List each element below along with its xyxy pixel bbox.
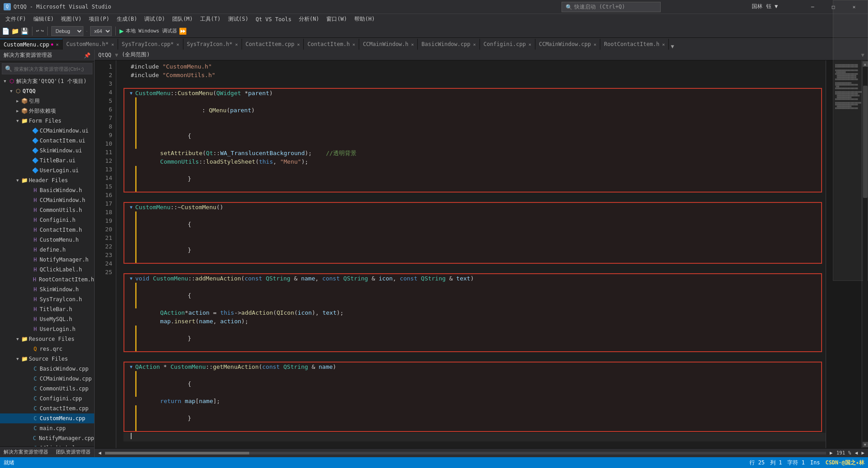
tab-close-button[interactable]: ✕ — [177, 42, 179, 47]
fold-icon[interactable] — [123, 265, 130, 273]
menu-edit[interactable]: 编辑(E) — [30, 14, 58, 24]
menu-help[interactable]: 帮助(H) — [351, 14, 379, 24]
toolbar-btn-new[interactable]: 📄 — [2, 28, 9, 35]
fold-btn-4[interactable]: ▼ — [128, 89, 134, 97]
tree-project[interactable]: ▼ ⬡ QTQQ — [0, 86, 94, 96]
fold-icon[interactable] — [128, 211, 134, 220]
tab-close-button[interactable]: ✕ — [297, 42, 300, 47]
fold-btn-21[interactable]: ▼ — [128, 362, 134, 371]
menu-analyze[interactable]: 分析(N) — [295, 14, 323, 24]
menu-window[interactable]: 窗口(W) — [323, 14, 351, 24]
tree-ccmainwindow-ui[interactable]: 🔷 CCMainWindow.ui — [0, 126, 94, 136]
sidebar-pin-icon[interactable]: 📌 — [84, 52, 91, 59]
tree-solution[interactable]: ▼ ⬡ 解决方案'QtQQ'(1 个项目) — [0, 76, 94, 86]
team-explorer-link[interactable]: 团队资源管理器 — [56, 449, 91, 455]
fold-icon[interactable] — [139, 157, 145, 166]
tree-contactitem-ui[interactable]: 🔷 ContactItem.ui — [0, 136, 94, 146]
fold-icon[interactable] — [139, 308, 145, 317]
tree-main-cpp[interactable]: C main.cpp — [0, 423, 94, 433]
tree-configini-cpp[interactable]: C Configini.cpp — [0, 394, 94, 404]
tree-ccmainwindow-cpp[interactable]: C CCMainWindow.cpp — [0, 374, 94, 384]
tree-rootcontactitem-h[interactable]: H RootContactItem.h — [0, 275, 94, 284]
status-ins[interactable]: Ins — [810, 459, 820, 466]
fold-icon[interactable] — [128, 405, 134, 414]
fold-icon[interactable] — [123, 71, 130, 79]
status-col[interactable]: 列 1 — [770, 459, 782, 467]
fold-icon[interactable] — [139, 149, 145, 157]
sidebar-search-box[interactable]: 🔍 — [2, 63, 92, 74]
tab-basicwindow-cpp[interactable]: BasicWindow.cpp ✕ — [418, 39, 480, 50]
fold-icon[interactable] — [139, 397, 145, 405]
attach-button[interactable]: ⏩ — [179, 28, 187, 35]
sidebar-search-input[interactable] — [14, 66, 89, 72]
scroll-right-btn[interactable]: ▶ — [830, 450, 833, 456]
code-content-area[interactable]: #include "CustomMenu.h" #include "Common… — [116, 60, 826, 448]
fold-btn-15[interactable]: ▼ — [128, 274, 134, 283]
tab-contactitem-cpp[interactable]: ContactItem.cpp ✕ — [242, 39, 304, 50]
scroll-up-button[interactable]: ▲ — [863, 61, 868, 67]
tree-userlogin-ui[interactable]: 🔷 UserLogin.ui — [0, 165, 94, 175]
platform-dropdown[interactable]: x64 x86 — [90, 26, 112, 36]
tree-basicwindow-h[interactable]: H BasicWindow.h — [0, 185, 94, 195]
toolbar-btn-open[interactable]: 📁 — [11, 28, 19, 35]
fold-icon[interactable] — [128, 166, 134, 174]
tree-custommenu-h[interactable]: H CustomMenu.h — [0, 235, 94, 245]
tree-external-deps[interactable]: ▶ 📦 外部依赖项 — [0, 106, 94, 116]
tab-rootcontactitem-h[interactable]: RootContactItem.h ✕ — [600, 39, 669, 50]
path-project[interactable]: QtQQ — [98, 52, 111, 58]
run-label[interactable]: 本地 Windows 调试器 — [126, 28, 178, 34]
fold-icon[interactable] — [139, 317, 145, 326]
maximize-button[interactable]: □ — [823, 0, 844, 14]
tree-header-files[interactable]: ▼ 📁 Header Files — [0, 175, 94, 185]
tree-custommenu-cpp[interactable]: C CustomMenu.cpp — [0, 413, 94, 423]
vertical-scrollbar[interactable]: ▲ ▼ — [862, 60, 868, 448]
tree-resource-files[interactable]: ▼ 📁 Resource Files — [0, 334, 94, 344]
status-ready[interactable]: 就绪 — [4, 459, 14, 467]
tab-configini-cpp[interactable]: Configini.cpp ✕ — [480, 39, 535, 50]
path-scope[interactable]: (全局范围) — [122, 51, 150, 59]
tab-overflow-button[interactable]: ▼ — [669, 43, 676, 50]
minimize-button[interactable]: ─ — [802, 0, 823, 14]
tree-qclicklabel-cpp[interactable]: C QClickLabel.cpp — [0, 443, 94, 446]
fold-icon[interactable] — [128, 123, 134, 132]
tab-close-button[interactable]: ✕ — [235, 42, 238, 47]
menu-debug[interactable]: 调试(D) — [141, 14, 169, 24]
user-badge[interactable]: 国林 钰 ▼ — [752, 3, 778, 10]
menu-tools[interactable]: 工具(T) — [196, 14, 224, 24]
fold-icon[interactable] — [123, 433, 130, 441]
fold-icon[interactable] — [123, 353, 130, 362]
tab-close-button[interactable]: ✕ — [594, 42, 596, 47]
fold-icon[interactable] — [128, 371, 134, 380]
tab-close-button[interactable]: ✕ — [56, 42, 59, 47]
h-scroll-thumb[interactable] — [105, 452, 249, 454]
tab-contactitem-h[interactable]: ContactItem.h ✕ — [304, 39, 359, 50]
tree-titlebar-ui[interactable]: 🔷 TitleBar.ui — [0, 156, 94, 165]
tree-source-files[interactable]: ▼ 📁 Source Files — [0, 354, 94, 364]
tree-notifymanager-h[interactable]: H NotifyManager.h — [0, 255, 94, 265]
tab-ccmainwindow-cpp[interactable]: CCMainWindow.cpp ✕ — [535, 39, 601, 50]
fold-icon[interactable] — [128, 97, 134, 106]
menu-test[interactable]: 测试(S) — [224, 14, 252, 24]
menu-build[interactable]: 生成(B) — [113, 14, 141, 24]
status-char[interactable]: 字符 1 — [787, 459, 804, 467]
menu-qt[interactable]: Qt VS Tools — [252, 15, 295, 23]
tree-configini-h[interactable]: H Configini.h — [0, 215, 94, 225]
toolbar-btn-redo[interactable]: ↪ — [41, 28, 44, 34]
tab-close-button[interactable]: ✕ — [662, 42, 665, 47]
toolbar-btn-save[interactable]: 💾 — [21, 28, 28, 35]
zoom-increase-btn[interactable]: ▶ — [861, 450, 864, 456]
tree-basicwindow-cpp[interactable]: C BasicWindow.cpp — [0, 364, 94, 374]
tree-define-h[interactable]: H define.h — [0, 245, 94, 255]
tree-titlebar-h[interactable]: H TitleBar.h — [0, 304, 94, 314]
scroll-left-btn[interactable]: ◀ — [98, 450, 101, 456]
status-line[interactable]: 行 25 — [749, 459, 765, 467]
toolbar-btn-undo[interactable]: ↩ — [36, 28, 39, 34]
tree-res-qrc[interactable]: Q res.qrc — [0, 344, 94, 354]
tab-custommenu-h[interactable]: CustomMenu.h* ✕ — [63, 39, 118, 50]
fold-icon[interactable] — [128, 237, 134, 246]
fold-icon[interactable] — [128, 326, 134, 334]
fold-btn-11[interactable]: ▼ — [128, 203, 134, 211]
tree-commonutils-h[interactable]: H CommonUtils.h — [0, 205, 94, 215]
tree-usemysql-h[interactable]: H UseMySQL.h — [0, 314, 94, 324]
run-button[interactable]: ▶ — [119, 27, 124, 35]
